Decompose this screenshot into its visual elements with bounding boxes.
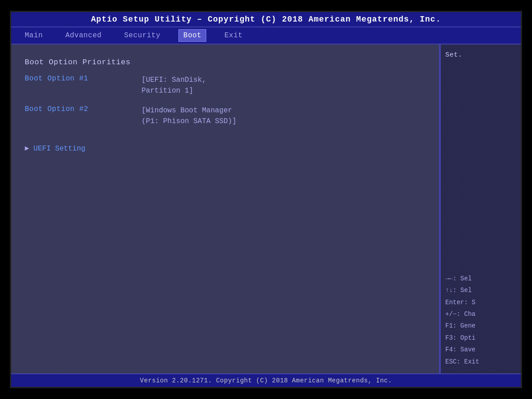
title-text: Aptio Setup Utility – Copyright (C) 2018… (91, 15, 441, 24)
boot-option-2-label[interactable]: Boot Option #2 (25, 105, 142, 113)
help-key-f4: F4: Save (445, 345, 516, 355)
right-panel: Set. →←: Sel ↑↓: Sel Enter: S +/−: Cha F… (440, 44, 521, 373)
boot-option-1-label[interactable]: Boot Option #1 (25, 75, 142, 83)
uefi-setting-row[interactable]: ► UEFI Setting (25, 145, 426, 153)
boot-option-2-value: [Windows Boot Manager(P1: Phison SATA SS… (142, 105, 236, 127)
boot-option-1-row: Boot Option #1 [UEFI: SanDisk,Partition … (25, 75, 426, 96)
nav-boot[interactable]: Boot (178, 29, 206, 42)
nav-main[interactable]: Main (20, 30, 47, 41)
section-title: Boot Option Priorities (25, 58, 426, 66)
help-key-lr: →←: Sel (445, 274, 516, 284)
help-key-f1: F1: Gene (445, 321, 516, 331)
bios-screen: Aptio Setup Utility – Copyright (C) 2018… (10, 11, 522, 388)
boot-option-1-value: [UEFI: SanDisk,Partition 1] (142, 75, 206, 96)
nav-security[interactable]: Security (120, 30, 165, 41)
uefi-arrow-icon: ► (25, 145, 29, 153)
help-key-enter: Enter: S (445, 297, 516, 307)
title-bar: Aptio Setup Utility – Copyright (C) 2018… (11, 12, 521, 27)
help-key-plusminus: +/−: Cha (445, 309, 516, 319)
status-bar: Version 2.20.1271. Copyright (C) 2018 Am… (11, 373, 521, 387)
help-keys: →←: Sel ↑↓: Sel Enter: S +/−: Cha F1: Ge… (445, 274, 516, 367)
help-key-ud: ↑↓: Sel (445, 285, 516, 295)
status-text: Version 2.20.1271. Copyright (C) 2018 Am… (140, 377, 392, 384)
main-content: Boot Option Priorities Boot Option #1 [U… (11, 44, 521, 373)
right-panel-title: Set. (445, 51, 516, 59)
center-panel: Boot Option Priorities Boot Option #1 [U… (11, 44, 440, 373)
nav-bar: Main Advanced Security Boot Exit (11, 27, 521, 44)
boot-option-2-row: Boot Option #2 [Windows Boot Manager(P1:… (25, 105, 426, 127)
nav-exit[interactable]: Exit (220, 30, 247, 41)
nav-advanced[interactable]: Advanced (61, 30, 106, 41)
help-key-f3: F3: Opti (445, 333, 516, 343)
uefi-setting-label: UEFI Setting (34, 145, 85, 153)
help-key-esc: ESC: Exit (445, 357, 516, 367)
